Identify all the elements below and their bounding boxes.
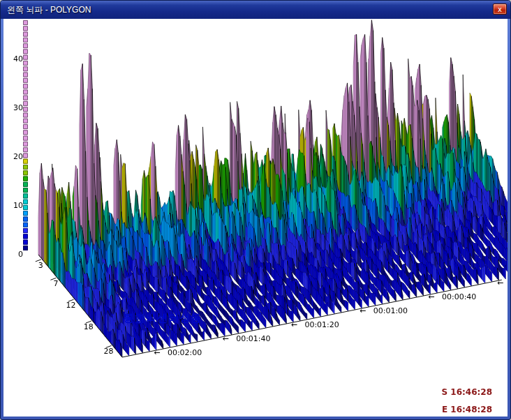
chart-area: 01020304037121828← 00:00:40← 00:01:00← 0… <box>3 19 508 417</box>
time-tick-label: ← 00:02:00 <box>154 348 202 357</box>
amplitude-tick-label: 30 <box>5 103 23 112</box>
surface-plot-canvas <box>3 19 508 417</box>
time-tick-label: ← 00:01:40 <box>222 334 270 343</box>
end-time-label: E 16:48:28 <box>442 405 492 414</box>
time-tick-arrow: ← <box>497 278 503 287</box>
start-time-label: S 16:46:28 <box>441 387 492 397</box>
frequency-tick-label: 12 <box>57 301 76 310</box>
app-window: 왼쪽 뇌파 - POLYGON x 01020304037121828← 00:… <box>0 0 511 420</box>
amplitude-tick-label: 20 <box>5 152 23 161</box>
time-tick-label: ← 00:01:00 <box>360 306 408 315</box>
watermark-text: 통합뇌센터성동 <box>124 312 202 325</box>
close-button[interactable]: x <box>493 3 507 15</box>
amplitude-tick-label: 0 <box>5 250 23 259</box>
amplitude-tick-label: 10 <box>5 201 23 210</box>
frequency-tick-label: 18 <box>74 322 94 331</box>
frequency-tick-label: 28 <box>94 347 114 356</box>
frequency-tick-label: 7 <box>38 279 58 288</box>
title-bar[interactable]: 왼쪽 뇌파 - POLYGON x <box>1 1 510 19</box>
window-title: 왼쪽 뇌파 - POLYGON <box>7 4 91 16</box>
time-tick-label: ← 00:00:40 <box>428 292 476 301</box>
frequency-tick-label: 3 <box>24 261 43 270</box>
amplitude-tick-label: 40 <box>5 54 23 63</box>
time-tick-label: ← 00:01:20 <box>291 320 339 329</box>
